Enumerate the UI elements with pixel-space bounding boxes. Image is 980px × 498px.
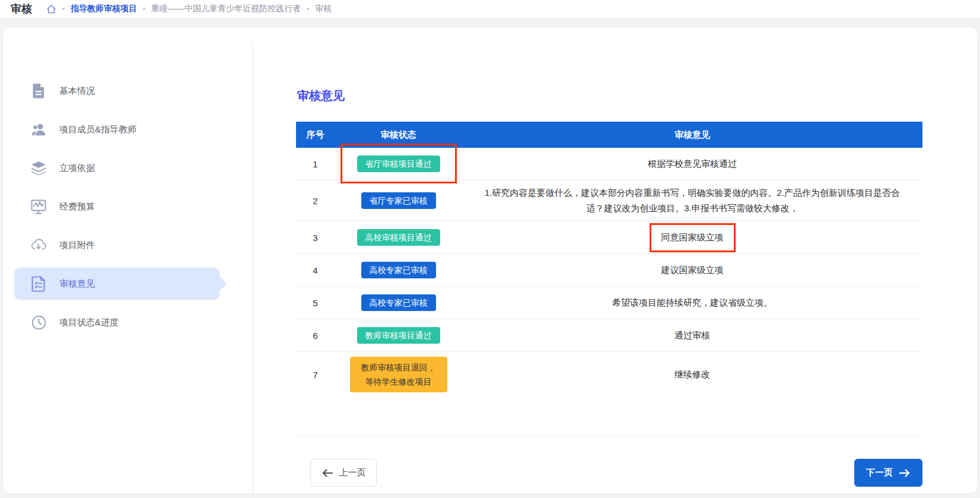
breadcrumb-separator <box>62 8 65 10</box>
arrow-left-icon <box>322 468 333 478</box>
status-badge: 高校专家已审核 <box>361 294 436 311</box>
opinion-text: 希望该项目能持续研究，建议省级立项。 <box>612 295 772 310</box>
sidebar-item-3[interactable]: 立项依据 <box>14 156 219 180</box>
sidebar-item-2[interactable]: 项目成员&指导教师 <box>14 118 219 141</box>
status-badge: 省厅审核项目通过 <box>357 156 440 172</box>
main-panel: 基本情况 项目成员&指导教师 立项依据 经费预算 项目附件 审核意见 项目状态&… <box>3 27 977 493</box>
row-opinion-cell: 根据学校意见审核通过 <box>462 151 922 176</box>
col-header-no: 序号 <box>296 129 335 141</box>
review-opinion-section: 审核意见 序号 审核状态 审核意见 1 省厅审核项目通过 根据学校意见审核通过 … <box>296 88 922 487</box>
status-badge: 省厅专家已审核 <box>361 192 436 209</box>
prev-page-label: 上一页 <box>339 467 366 478</box>
table-body: 1 省厅审核项目通过 根据学校意见审核通过 2 省厅专家已审核 1.研究内容是要… <box>296 148 922 397</box>
top-breadcrumb-bar: 审核 指导教师审核项目 重瞳——中国儿童青少年近视防控践行者 审核 <box>0 0 980 18</box>
next-page-button[interactable]: 下一页 <box>854 459 922 487</box>
status-badge: 高校专家已审核 <box>361 262 436 278</box>
opinion-text: 通过审核 <box>674 328 710 343</box>
table-row: 4 高校专家已审核 建议国家级立项 <box>296 254 922 287</box>
opinion-text: 建议国家级立项 <box>661 262 724 278</box>
sidebar-item-label: 项目状态&进度 <box>59 317 119 328</box>
row-opinion-cell: 通过审核 <box>462 323 922 348</box>
row-number: 1 <box>296 159 335 169</box>
row-status-cell: 教师审核项目退回，等待学生修改项目 <box>335 352 462 397</box>
clock-icon <box>31 315 46 330</box>
prev-page-button[interactable]: 上一页 <box>310 459 377 487</box>
breadcrumb-separator <box>143 8 145 10</box>
row-number: 7 <box>296 370 335 380</box>
sidebar-item-6[interactable]: 审核意见 <box>14 268 219 300</box>
row-number: 6 <box>296 331 335 341</box>
row-status-cell: 高校审核项目通过 <box>335 224 462 250</box>
opinion-text: 继续修改 <box>674 367 710 382</box>
sidebar-item-label: 立项依据 <box>59 163 95 174</box>
breadcrumb-separator <box>307 8 309 10</box>
status-badge: 教师审核项目通过 <box>357 327 440 344</box>
row-number: 4 <box>296 265 335 275</box>
status-badge: 教师审核项目退回，等待学生修改项目 <box>350 357 447 392</box>
opinion-text: 同意国家级立项 <box>661 230 724 245</box>
sidebar-item-label: 经费预算 <box>59 201 95 212</box>
col-header-status: 审核状态 <box>335 129 462 141</box>
row-opinion-cell: 继续修改 <box>462 362 922 387</box>
section-title: 审核意见 <box>297 88 922 104</box>
table-row: 2 省厅专家已审核 1.研究内容是要做什么，建议本部分内容重新书写，明确实验要做… <box>296 180 922 221</box>
row-status-cell: 高校专家已审核 <box>335 257 462 283</box>
row-opinion-cell: 1.研究内容是要做什么，建议本部分内容重新书写，明确实验要做的内容。2.产品作为… <box>462 180 922 221</box>
sidebar-item-4[interactable]: 经费预算 <box>14 195 219 218</box>
table-row: 1 省厅审核项目通过 根据学校意见审核通过 <box>296 148 922 180</box>
opinion-text: 1.研究内容是要做什么，建议本部分内容重新书写，明确实验要做的内容。2.产品作为… <box>480 185 905 216</box>
row-number: 5 <box>296 298 335 308</box>
row-number: 3 <box>296 233 335 243</box>
table-row: 6 教师审核项目通过 通过审核 <box>296 319 922 352</box>
breadcrumb-project-name: 重瞳——中国儿童青少年近视防控践行者 <box>151 4 301 14</box>
arrow-right-icon <box>899 468 911 478</box>
table-row: 3 高校审核项目通过 同意国家级立项 <box>296 221 922 254</box>
table-row: 5 高校专家已审核 希望该项目能持续研究，建议省级立项。 <box>296 287 922 319</box>
row-opinion-cell: 同意国家级立项 <box>462 225 922 250</box>
row-status-cell: 省厅审核项目通过 <box>335 151 462 177</box>
checklist-icon <box>31 276 46 291</box>
sidebar-item-7[interactable]: 项目状态&进度 <box>14 310 219 334</box>
sidebar-item-label: 基本情况 <box>59 85 95 97</box>
page-title: 审核 <box>11 2 32 16</box>
document-icon <box>31 83 46 99</box>
opinion-text: 根据学校意见审核通过 <box>648 156 737 172</box>
col-header-opinion: 审核意见 <box>462 129 922 141</box>
active-item-pointer <box>208 274 227 293</box>
sidebar-nav: 基本情况 项目成员&指导教师 立项依据 经费预算 项目附件 审核意见 项目状态&… <box>14 79 219 349</box>
pagination: 上一页 下一页 <box>296 459 922 487</box>
sidebar-item-label: 项目附件 <box>59 240 95 251</box>
breadcrumb-current: 审核 <box>315 4 332 14</box>
sidebar-item-5[interactable]: 项目附件 <box>14 233 219 257</box>
row-status-cell: 教师审核项目通过 <box>335 322 462 348</box>
sidebar-item-1[interactable]: 基本情况 <box>14 79 219 103</box>
breadcrumb: 指导教师审核项目 重瞳——中国儿童青少年近视防控践行者 审核 <box>46 4 332 14</box>
layers-icon <box>31 160 46 176</box>
row-opinion-cell: 建议国家级立项 <box>462 258 922 283</box>
row-status-cell: 高校专家已审核 <box>335 290 462 316</box>
table-header-row: 序号 审核状态 审核意见 <box>296 122 922 148</box>
row-number: 2 <box>296 196 335 206</box>
users-icon <box>31 122 46 137</box>
cloud-download-icon <box>31 237 46 253</box>
table-row: 7 教师审核项目退回，等待学生修改项目 继续修改 <box>296 352 922 397</box>
sidebar-divider <box>253 44 253 493</box>
review-table: 序号 审核状态 审核意见 1 省厅审核项目通过 根据学校意见审核通过 2 省厅专… <box>296 122 922 437</box>
home-icon[interactable] <box>46 4 56 14</box>
row-opinion-cell: 希望该项目能持续研究，建议省级立项。 <box>462 290 922 315</box>
row-status-cell: 省厅专家已审核 <box>335 188 462 214</box>
sidebar-item-label: 项目成员&指导教师 <box>59 124 136 135</box>
status-badge: 高校审核项目通过 <box>357 229 440 246</box>
table-empty-space <box>296 397 922 436</box>
sidebar-item-label: 审核意见 <box>59 278 95 290</box>
next-page-label: 下一页 <box>866 467 893 478</box>
breadcrumb-link-project-review[interactable]: 指导教师审核项目 <box>71 4 137 14</box>
chart-monitor-icon <box>31 199 46 214</box>
